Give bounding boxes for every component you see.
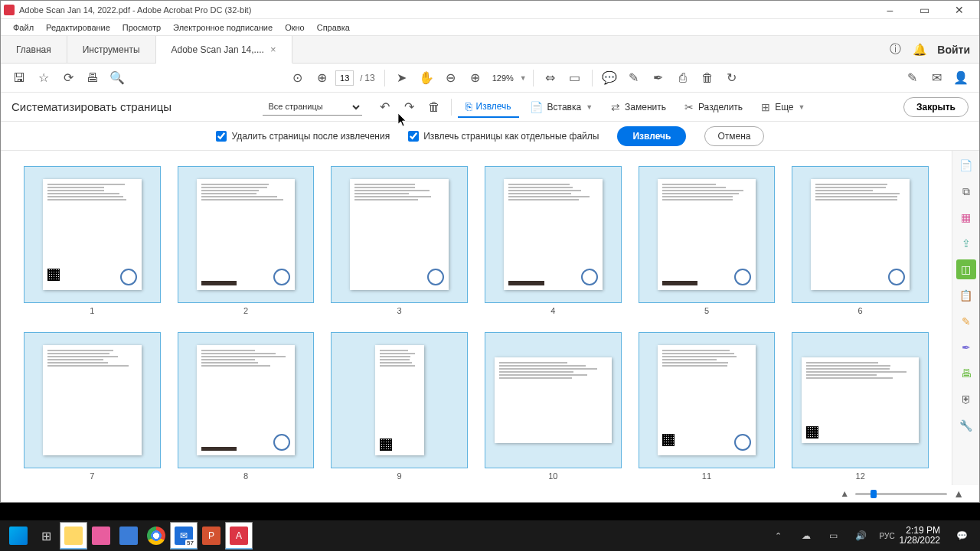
delete-after-checkbox[interactable]: Удалить страницы после извлечения <box>216 131 390 142</box>
side-signature-icon[interactable]: ✒ <box>956 337 976 357</box>
split-action[interactable]: ✂Разделить <box>677 96 750 118</box>
extract-button[interactable]: Извлечь <box>617 126 686 146</box>
highlight-icon[interactable]: ✎ <box>623 67 645 89</box>
page-thumb-7[interactable]: 7 <box>24 332 161 481</box>
side-protect-icon[interactable]: ⛨ <box>956 390 976 409</box>
tray-battery-icon[interactable]: ▭ <box>820 522 848 549</box>
page-thumbnails[interactable]: 123456789101112 <box>1 151 952 485</box>
replace-action[interactable]: ⇄Заменить <box>603 96 674 118</box>
explorer-icon[interactable] <box>60 522 87 549</box>
tab-close-icon[interactable]: × <box>270 44 276 55</box>
side-organize-icon[interactable]: ◫ <box>956 259 976 279</box>
tab-home[interactable]: Главная <box>1 36 67 63</box>
comment-icon[interactable]: 💬 <box>599 67 620 89</box>
menu-edit[interactable]: Редактирование <box>40 21 116 34</box>
menu-help[interactable]: Справка <box>311 21 356 34</box>
menu-file[interactable]: Файл <box>7 21 40 34</box>
menu-esign[interactable]: Электронное подписание <box>167 21 279 34</box>
tray-clock[interactable]: 2:19 PM1/28/2022 <box>900 526 948 546</box>
fit-page-icon[interactable]: ▭ <box>564 67 586 89</box>
side-fill-sign-icon[interactable]: ✎ <box>956 311 976 331</box>
cloud-icon[interactable]: ⟳ <box>57 67 79 89</box>
bell-icon[interactable]: 🔔 <box>913 43 926 57</box>
save-icon[interactable]: 🖫 <box>8 67 30 89</box>
account-icon[interactable]: 👤 <box>950 67 972 89</box>
start-button[interactable] <box>5 522 32 549</box>
separate-files-checkbox[interactable]: Извлечь страницы как отдельные файлы <box>408 131 599 142</box>
tab-document[interactable]: Adobe Scan Jan 14,.... × <box>156 36 292 64</box>
page-total: / 13 <box>357 73 377 83</box>
zoom-level[interactable]: 129% <box>489 73 517 83</box>
page-number: 4 <box>550 306 555 315</box>
page-thumb-9[interactable]: 9 <box>331 332 468 481</box>
tray-chevron-icon[interactable]: ⌃ <box>765 522 792 549</box>
menu-window[interactable]: Окно <box>279 21 311 34</box>
zoom-out-icon[interactable]: ⊖ <box>440 67 462 89</box>
page-thumb-11[interactable]: 11 <box>639 332 776 481</box>
help-icon[interactable]: ⓘ <box>888 43 902 57</box>
mail-icon[interactable]: ✉ <box>926 67 947 89</box>
side-comment-icon[interactable]: 📋 <box>956 285 976 305</box>
side-print-icon[interactable]: 🖶 <box>956 364 976 383</box>
rotate-right-icon[interactable]: ↷ <box>399 96 420 118</box>
cancel-button[interactable]: Отмена <box>704 126 763 146</box>
menu-view[interactable]: Просмотр <box>116 21 167 34</box>
side-edit-icon[interactable]: ▦ <box>956 207 976 227</box>
chrome-icon[interactable] <box>142 522 170 549</box>
app-icon-1[interactable] <box>87 522 115 549</box>
rotate-left-icon[interactable]: ↶ <box>374 96 396 118</box>
zoom-slider[interactable] <box>855 493 947 495</box>
hand-icon[interactable]: ✋ <box>416 67 437 89</box>
zoom-large-icon[interactable]: ▲ <box>953 487 964 500</box>
fit-width-icon[interactable]: ⇔ <box>540 67 561 89</box>
search-icon[interactable]: 🔍 <box>106 67 128 89</box>
close-button[interactable]: ✕ <box>942 1 976 19</box>
sign-icon[interactable]: ✒ <box>648 67 669 89</box>
page-thumb-12[interactable]: 12 <box>792 332 929 481</box>
tab-tools[interactable]: Инструменты <box>67 36 156 63</box>
tray-cloud-icon[interactable]: ☁ <box>792 522 820 549</box>
sign-tool-icon[interactable]: ✎ <box>901 67 923 89</box>
page-filter-dropdown[interactable]: Все страницы <box>263 99 362 116</box>
powerpoint-icon[interactable]: P <box>198 522 225 549</box>
zoom-in-icon[interactable]: ⊕ <box>465 67 486 89</box>
star-icon[interactable]: ☆ <box>33 67 54 89</box>
maximize-button[interactable]: ▭ <box>907 1 942 19</box>
page-down-icon[interactable]: ⊕ <box>311 67 332 89</box>
page-thumb-2[interactable]: 2 <box>178 166 315 315</box>
side-export-icon[interactable]: ⇪ <box>956 233 976 253</box>
page-thumb-8[interactable]: 8 <box>178 332 315 481</box>
page-thumb-6[interactable]: 6 <box>792 166 929 315</box>
mail-app-icon[interactable]: ✉57 <box>170 522 198 549</box>
zoom-small-icon[interactable]: ▲ <box>840 488 849 499</box>
rotate-icon[interactable]: ↻ <box>721 67 743 89</box>
page-thumb-3[interactable]: 3 <box>331 166 468 315</box>
side-combine-icon[interactable]: ⧉ <box>956 181 976 201</box>
page-thumb-5[interactable]: 5 <box>639 166 776 315</box>
page-thumb-4[interactable]: 4 <box>485 166 622 315</box>
page-thumb-10[interactable]: 10 <box>485 332 622 481</box>
app-icon-2[interactable] <box>115 522 142 549</box>
insert-action[interactable]: 📄Вставка▼ <box>522 96 601 118</box>
task-view-icon[interactable]: ⊞ <box>32 522 60 549</box>
side-create-icon[interactable]: 📄 <box>956 155 976 175</box>
login-button[interactable]: Войти <box>937 44 970 56</box>
stamp-icon[interactable]: ⎙ <box>672 67 694 89</box>
extract-action[interactable]: ⎘Извлечь <box>458 96 519 118</box>
delete-icon[interactable]: 🗑 <box>697 67 718 89</box>
page-thumb-1[interactable]: 1 <box>24 166 161 315</box>
pointer-icon[interactable]: ➤ <box>391 67 413 89</box>
side-more-icon[interactable]: 🔧 <box>956 416 976 435</box>
zoom-bar: ▲ ▲ <box>1 485 979 502</box>
acrobat-icon[interactable]: A <box>225 522 253 549</box>
minimize-button[interactable]: – <box>873 1 907 19</box>
page-input[interactable] <box>335 70 354 86</box>
close-panel-button[interactable]: Закрыть <box>903 97 969 117</box>
tray-notifications-icon[interactable]: 💬 <box>948 522 975 549</box>
print-icon[interactable]: 🖶 <box>82 67 103 89</box>
tray-language[interactable]: РУС <box>875 532 900 540</box>
trash-icon[interactable]: 🗑 <box>423 96 445 118</box>
page-up-icon[interactable]: ⊙ <box>286 67 308 89</box>
tray-volume-icon[interactable]: 🔊 <box>848 522 875 549</box>
more-action[interactable]: ⊞Еще▼ <box>753 96 812 118</box>
